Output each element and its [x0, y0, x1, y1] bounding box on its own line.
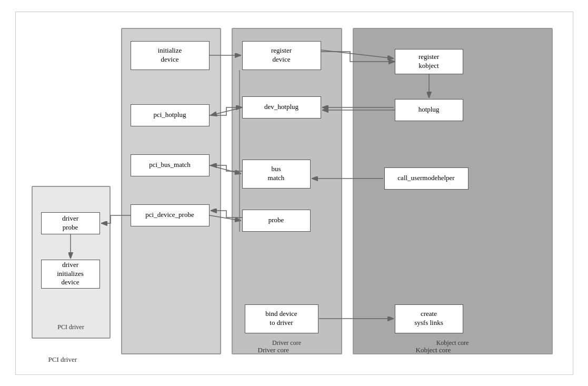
- box-dev-hotplug: dev_hotplug: [242, 96, 321, 118]
- label-kobject-core: Kobject core: [416, 346, 451, 354]
- pci-driver-label: PCI driver: [33, 323, 109, 331]
- box-driver-probe: driver probe: [41, 212, 100, 234]
- box-register-device: register device: [242, 41, 321, 70]
- box-probe: probe: [242, 210, 311, 232]
- box-pci-hotplug: pci_hotplug: [131, 104, 210, 126]
- box-call-usermodehelper: call_usermodehelper: [384, 167, 469, 190]
- box-bind-device-to-driver: bind device to driver: [245, 304, 318, 333]
- box-pci-bus-match: pci_bus_match: [131, 154, 210, 176]
- panel-pci-driver-area: [121, 28, 221, 354]
- box-pci-device-probe: pci_device_probe: [131, 204, 210, 226]
- label-pci-driver: PCI driver: [48, 355, 77, 364]
- label-driver-core: Driver core: [258, 346, 290, 354]
- box-driver-initializes-device: driver initializes device: [41, 260, 100, 289]
- box-register-kobject: register kobject: [395, 49, 463, 74]
- box-hotplug: hotplug: [395, 99, 463, 121]
- kobject-core-label: Kobject core: [354, 339, 552, 347]
- box-create-sysfs-links: create sysfs links: [395, 304, 463, 333]
- diagram-wrapper: PCI driver Driver core Kobject core init…: [15, 12, 573, 375]
- box-initialize-device: initialize device: [131, 41, 210, 70]
- box-bus-match: bus match: [242, 160, 311, 189]
